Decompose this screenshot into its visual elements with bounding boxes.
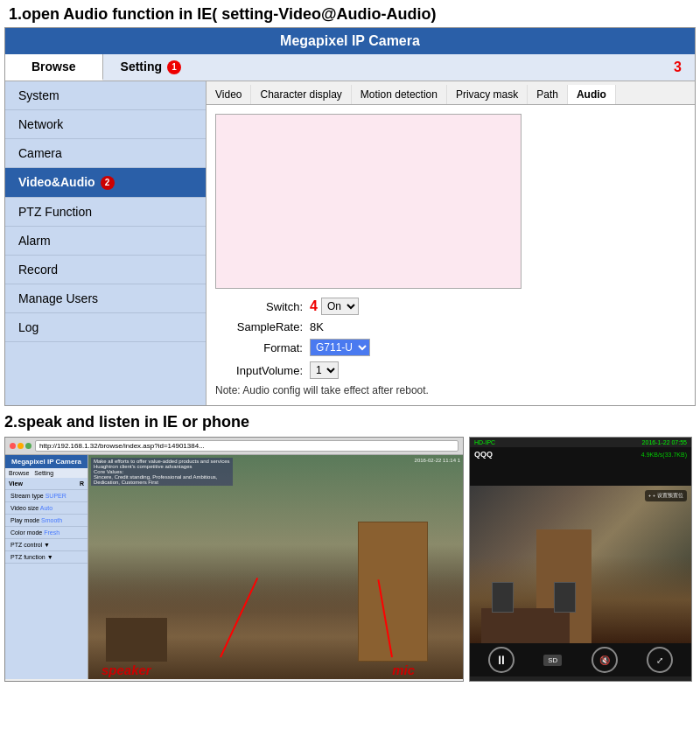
tab-video[interactable]: Video: [206, 85, 251, 104]
sidebar-item-log[interactable]: Log: [5, 313, 206, 342]
camera-overlay-text: Make all efforts to offer value-added pr…: [91, 458, 233, 486]
sidebar-item-alarm[interactable]: Alarm: [5, 227, 206, 256]
preset-button[interactable]: + + 设置预置位: [645, 490, 687, 501]
sidebar: System Network Camera Video&Audio 2 PTZ …: [5, 81, 206, 405]
browser-nav-setting[interactable]: Setting: [34, 470, 53, 476]
phone-speed: 4.9KB/s(33.7KB): [641, 452, 687, 458]
nav-badge-right: 3: [674, 60, 682, 75]
address-bar[interactable]: http://192.168.1.32/browse/index.asp?id=…: [35, 440, 458, 452]
sidebar-item-ptz[interactable]: PTZ Function: [5, 198, 206, 227]
maximize-dot: [25, 443, 32, 449]
inputvolume-row: InputVolume: 1 2 3: [215, 361, 686, 379]
phone-status-label: HD-IPC: [474, 439, 495, 445]
tab-motion-detection[interactable]: Motion detection: [352, 85, 447, 104]
browser-screenshot: http://192.168.1.32/browse/index.asp?id=…: [4, 437, 464, 682]
mic-label: mic: [392, 662, 415, 677]
inputvolume-label: InputVolume:: [215, 364, 303, 377]
switch-label: Switch:: [215, 300, 303, 313]
sidebar-item-label: Video&Audio: [18, 175, 95, 189]
browser-sidebar-ptzfn[interactable]: PTZ function ▼: [5, 551, 88, 564]
browser-nav-browse[interactable]: Browse: [9, 470, 29, 476]
browser-sidebar-colormode[interactable]: Color mode Fresh: [5, 527, 88, 539]
speaker-label: speaker: [102, 662, 151, 677]
minimize-dot: [18, 443, 24, 449]
top-nav: Browse Setting 1 3: [5, 54, 695, 81]
format-row: Format: G711-U G711-A: [215, 339, 686, 356]
window-dots: [10, 443, 32, 449]
bottom-section: 2.speak and listen in IE or phone http:/…: [0, 413, 700, 682]
bottom-instruction: 2.speak and listen in IE or phone: [4, 413, 696, 431]
switch-badge: 4: [310, 298, 318, 314]
camera-body: System Network Camera Video&Audio 2 PTZ …: [5, 81, 695, 405]
phone-camera-area: + + 设置预置位: [470, 486, 691, 643]
phone-status-bar: HD-IPC 2016-1-22 07:55: [470, 438, 691, 447]
nav-browse-btn[interactable]: Browse: [5, 54, 103, 81]
tab-character-display[interactable]: Character display: [251, 85, 351, 104]
sidebar-item-manageusers[interactable]: Manage Users: [5, 284, 206, 313]
browser-camera-title: Megapixel IP Camera: [5, 455, 88, 468]
tab-audio[interactable]: Audio: [568, 85, 616, 104]
format-select[interactable]: G711-U G711-A: [310, 339, 370, 356]
phone-mic-btn[interactable]: 🎤: [567, 681, 595, 682]
browser-sidebar-view[interactable]: ViewR: [5, 478, 88, 490]
camera-ui: Megapixel IP Camera Browse Setting 1 3 S…: [4, 27, 696, 406]
table-shape: [106, 618, 167, 662]
phone-subbar: QQQ 4.9KB/s(33.7KB): [470, 447, 691, 461]
phone-refresh-btn[interactable]: ↻: [496, 681, 524, 682]
audio-note: Note: Audio config will take effect afte…: [215, 384, 686, 396]
tab-path[interactable]: Path: [528, 85, 568, 104]
close-dot: [10, 443, 16, 449]
phone-pause-btn[interactable]: ⏸: [488, 647, 514, 673]
browser-sidebar-videosize[interactable]: Video size Auto: [5, 502, 88, 515]
phone-sd-btn[interactable]: SD: [543, 655, 562, 666]
samplerate-label: SampleRate:: [215, 320, 303, 333]
phone-cam-label: QQQ: [474, 450, 493, 459]
videoaudio-badge: 2: [101, 176, 115, 190]
format-label: Format:: [215, 341, 303, 354]
phone-expand-btn[interactable]: ⤢: [647, 647, 673, 673]
setting-badge: 1: [167, 60, 181, 74]
browser-nav: Browse Setting: [5, 468, 88, 478]
camera-header: Megapixel IP Camera: [5, 28, 695, 54]
bottom-row: http://192.168.1.32/browse/index.asp?id=…: [4, 437, 696, 682]
camera-feed: Make all efforts to offer value-added pr…: [88, 455, 463, 679]
camera-title: Megapixel IP Camera: [280, 33, 420, 48]
content-area: Switch: 4 On Off SampleRate: 8K: [206, 105, 695, 405]
sub-nav: Video Character display Motion detection…: [206, 81, 695, 105]
camera-timestamp: 2016-02-22 11:14 1: [415, 458, 460, 463]
browser-inner: Megapixel IP Camera Browse Setting ViewR…: [5, 455, 463, 679]
phone-controls-row2: ↻ 🎤 📷: [470, 676, 691, 682]
samplerate-row: SampleRate: 8K: [215, 320, 686, 333]
plus-icon: +: [648, 493, 652, 498]
browser-sidebar-stream[interactable]: Stream type SUPER: [5, 490, 88, 502]
browser-sidebar-ptzctrl[interactable]: PTZ control ▼: [5, 539, 88, 551]
switch-row: Switch: 4 On Off: [215, 298, 686, 315]
phone-chair1: [492, 582, 514, 613]
inputvolume-select[interactable]: 1 2 3: [310, 361, 339, 379]
door-shape: [358, 522, 428, 662]
samplerate-value: 8K: [310, 320, 324, 333]
browser-main: Make all efforts to offer value-added pr…: [88, 455, 463, 679]
tab-privacy-mask[interactable]: Privacy mask: [447, 85, 528, 104]
sidebar-item-system[interactable]: System: [5, 81, 206, 110]
sidebar-item-videoaudio[interactable]: Video&Audio 2: [5, 168, 206, 198]
phone-mute-btn[interactable]: 🔇: [592, 647, 618, 673]
browser-sidebar-playmode[interactable]: Play mode Smooth: [5, 515, 88, 527]
sidebar-item-record[interactable]: Record: [5, 256, 206, 284]
phone-chair2: [554, 582, 576, 613]
main-content: Video Character display Motion detection…: [206, 81, 695, 405]
sidebar-item-camera[interactable]: Camera: [5, 139, 206, 168]
switch-select[interactable]: On Off: [321, 298, 359, 315]
nav-setting-btn[interactable]: Setting 1: [103, 54, 199, 81]
phone-screenshot: HD-IPC 2016-1-22 07:55 QQQ 4.9KB/s(33.7K…: [469, 437, 692, 682]
browser-sidebar: Megapixel IP Camera Browse Setting ViewR…: [5, 455, 88, 679]
video-preview: [215, 114, 522, 289]
browser-bar: http://192.168.1.32/browse/index.asp?id=…: [5, 438, 463, 455]
sidebar-item-network[interactable]: Network: [5, 110, 206, 139]
top-instruction: 1.open Audio function in IE( setting-Vid…: [0, 0, 700, 27]
phone-controls-row1: ⏸ SD 🔇 ⤢: [470, 643, 691, 676]
phone-time: 2016-1-22 07:55: [642, 439, 687, 445]
phone-table: [481, 608, 570, 643]
phone-camera-btn[interactable]: 📷: [638, 681, 666, 682]
audio-settings-form: Switch: 4 On Off SampleRate: 8K: [215, 298, 686, 396]
